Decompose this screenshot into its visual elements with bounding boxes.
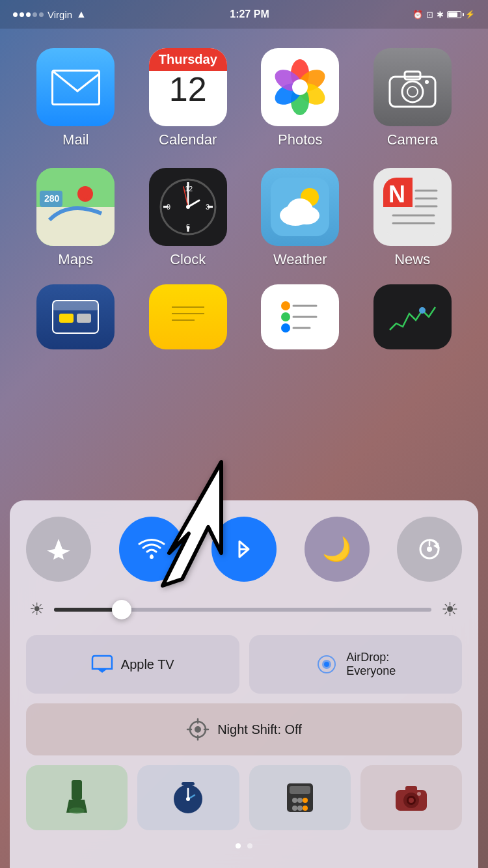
brightness-thumb[interactable]: [112, 600, 131, 619]
bluetooth-icon: [234, 535, 254, 563]
airdrop-sublabel: Everyone: [346, 664, 396, 678]
app-news[interactable]: N News: [357, 161, 469, 275]
svg-point-89: [297, 798, 303, 803]
bluetooth-toggle[interactable]: [211, 517, 277, 582]
brightness-track[interactable]: [54, 608, 431, 612]
svg-point-53: [281, 301, 290, 310]
wifi-icon: [138, 537, 165, 561]
airplay-button[interactable]: Apple TV: [26, 635, 239, 694]
app-reminders[interactable]: [244, 281, 357, 366]
battery-body: [447, 11, 461, 18]
svg-text:280: 280: [44, 193, 60, 204]
app-notes[interactable]: [132, 281, 245, 366]
quick-camera-icon: [394, 783, 428, 812]
wifi-toggle[interactable]: [119, 517, 184, 582]
app-wallet[interactable]: [20, 281, 132, 366]
clock-icon: 12 3 6 9: [149, 168, 227, 246]
signal-dot-2: [20, 12, 24, 17]
airdrop-button[interactable]: AirDrop: Everyone: [249, 635, 463, 694]
weather-svg: [271, 178, 329, 236]
signal-strength: [13, 12, 44, 17]
maps-label: Maps: [58, 251, 93, 268]
airplay-icon: [91, 655, 113, 674]
night-shift-button[interactable]: Night Shift: Off: [26, 703, 462, 755]
svg-point-55: [281, 323, 290, 332]
airdrop-labels: AirDrop: Everyone: [346, 651, 396, 678]
calendar-label: Calendar: [159, 131, 217, 148]
wallet-svg: [49, 294, 102, 340]
calendar-day: Thursday: [149, 48, 227, 71]
airplay-label: Apple TV: [121, 657, 174, 672]
calculator-button[interactable]: [249, 765, 351, 830]
svg-point-69: [324, 662, 329, 667]
rotation-toggle[interactable]: [397, 517, 462, 582]
weather-label: Weather: [273, 251, 327, 268]
status-right: ⏰ ⊡ ✱ ⚡: [413, 10, 475, 20]
mail-label: Mail: [62, 131, 88, 148]
battery-fill: [448, 12, 457, 17]
page-dots: [26, 840, 462, 848]
quick-camera-button[interactable]: [360, 765, 462, 830]
clock-label: Clock: [170, 251, 206, 268]
svg-point-71: [195, 726, 201, 733]
svg-point-60: [150, 555, 154, 559]
page-dot-2: [247, 843, 252, 848]
svg-text:N: N: [388, 181, 405, 208]
svg-rect-85: [182, 782, 195, 785]
page-dot-1: [236, 843, 241, 848]
svg-rect-76: [72, 780, 82, 800]
battery-tip: [463, 13, 464, 16]
app-stocks[interactable]: [357, 281, 469, 366]
svg-point-35: [287, 198, 313, 222]
app-weather[interactable]: Weather: [244, 161, 357, 275]
svg-point-90: [303, 798, 308, 803]
svg-text:6: 6: [186, 223, 190, 230]
calendar-date: 12: [169, 71, 207, 108]
notes-svg: [162, 294, 214, 340]
svg-point-6: [292, 79, 308, 95]
news-icon: N: [373, 168, 452, 246]
app-grid-row1: Mail Thursday 12 Calendar Photos: [0, 29, 488, 161]
svg-point-9: [402, 81, 423, 102]
svg-point-88: [292, 798, 297, 803]
svg-point-64: [427, 547, 432, 552]
photos-label: Photos: [278, 131, 323, 148]
app-camera[interactable]: Camera: [357, 42, 469, 155]
night-shift-label: Night Shift: Off: [217, 722, 302, 737]
svg-point-92: [297, 806, 303, 811]
action-row: Apple TV AirDrop: Everyone: [26, 635, 462, 694]
flashlight-icon: [64, 780, 90, 816]
signal-dot-4: [33, 12, 37, 17]
battery-indicator: ⚡: [447, 10, 475, 19]
svg-rect-48: [59, 314, 74, 323]
night-shift-icon: [186, 718, 210, 741]
svg-text:3: 3: [206, 203, 210, 211]
rotation-icon: [416, 536, 442, 562]
photos-icon: [261, 48, 339, 126]
airdrop-label: AirDrop:: [346, 651, 396, 664]
stocks-icon: [373, 284, 452, 349]
svg-point-93: [303, 806, 308, 811]
airplane-toggle[interactable]: [26, 517, 91, 582]
svg-rect-47: [53, 301, 98, 310]
svg-rect-49: [77, 314, 91, 323]
signal-dot-1: [13, 12, 18, 17]
flashlight-button[interactable]: [26, 765, 128, 830]
mail-v-shape: [53, 72, 100, 105]
svg-rect-13: [36, 207, 115, 246]
app-clock[interactable]: 12 3 6 9 Clock: [132, 161, 245, 275]
weather-icon: [261, 168, 339, 246]
app-mail[interactable]: Mail: [20, 42, 132, 155]
svg-point-10: [407, 87, 418, 97]
svg-point-11: [425, 80, 429, 84]
news-svg: N: [383, 178, 442, 236]
notes-icon: [149, 284, 227, 349]
app-calendar[interactable]: Thursday 12 Calendar: [132, 42, 245, 155]
signal-dot-5: [39, 12, 44, 17]
camera-svg: [386, 66, 439, 109]
app-maps[interactable]: 280 Maps: [20, 161, 132, 275]
app-photos[interactable]: Photos: [244, 42, 357, 155]
signal-dot-3: [26, 12, 31, 17]
dnd-toggle[interactable]: 🌙: [305, 517, 370, 582]
timer-button[interactable]: [137, 765, 239, 830]
